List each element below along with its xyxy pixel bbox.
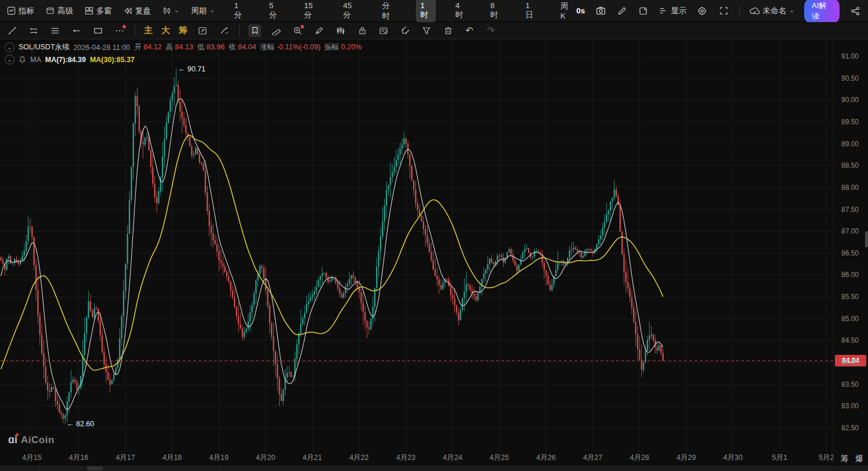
advanced-icon: [46, 6, 55, 15]
price-tick-label: 89.50: [841, 118, 859, 126]
price-tick-label: 83.00: [841, 402, 859, 410]
liquidation-button[interactable]: 爆: [856, 454, 864, 464]
tab-timeshare[interactable]: 分时: [378, 0, 401, 23]
replay-label: 复盘: [135, 6, 151, 16]
period-dropdown[interactable]: 周期 ⌄: [191, 6, 215, 16]
lines-list-icon: [50, 26, 60, 35]
ma7-value: MA(7):84.39: [45, 56, 86, 64]
display-label: 显示: [671, 6, 686, 16]
chart-area[interactable]: 4月154月164月174月184月194月204月214月224月234月24…: [0, 39, 833, 465]
scrollbar-divider: [81, 466, 82, 471]
candles-view-tool[interactable]: [334, 24, 347, 37]
funnel-icon: [422, 26, 431, 35]
lock-icon: [358, 26, 367, 35]
tab-1hour-selected[interactable]: 1时: [416, 0, 435, 22]
scrollbar-divider: [39, 466, 40, 471]
fullscreen-button[interactable]: [718, 5, 729, 17]
annotate-button[interactable]: [616, 5, 628, 17]
more-tools-button[interactable]: ⋯: [113, 24, 126, 37]
price-axis[interactable]: 84.04 91.0090.5090.0089.5089.0088.5088.0…: [833, 39, 868, 465]
zoom-tool[interactable]: [291, 24, 304, 37]
tab-large-order[interactable]: 大: [161, 25, 170, 36]
tab-8hour[interactable]: 8时: [486, 0, 505, 22]
chip-distribution-button[interactable]: 筹: [841, 454, 849, 464]
magnet-tool[interactable]: [399, 24, 411, 37]
display-settings-button[interactable]: 显示: [659, 6, 686, 16]
tab-4hour[interactable]: 4时: [451, 0, 471, 22]
note-edit-icon: [379, 26, 388, 35]
tab-15min[interactable]: 15分: [300, 0, 323, 22]
horizontal-ray-tool[interactable]: [70, 24, 83, 37]
settings-button[interactable]: [696, 5, 708, 17]
filter-tool[interactable]: [420, 24, 433, 37]
tab-main-chart[interactable]: 主: [144, 25, 153, 36]
top-toolbar: 指标 高级 多窗 复盘 ⌄ 周期 ⌄ 1分 5分 15分 45分 分时 1时 4…: [0, 0, 868, 22]
tab-1week[interactable]: 周K: [556, 0, 577, 22]
channel-tool[interactable]: [27, 24, 40, 37]
advanced-button[interactable]: 高级: [46, 6, 73, 16]
pen-tool[interactable]: [313, 24, 326, 37]
scrollbar-handle[interactable]: [87, 466, 103, 470]
note-tool[interactable]: [377, 24, 390, 37]
svg-text:4月21: 4月21: [303, 454, 322, 462]
indicators-button[interactable]: 指标: [7, 6, 34, 16]
svg-text:4月27: 4月27: [583, 454, 602, 462]
chart-style-button[interactable]: ⌄: [162, 6, 179, 15]
price-chart[interactable]: 4月154月164月174月184月194月204月214月224月234月24…: [0, 39, 833, 465]
low-value: 83.96: [207, 43, 225, 51]
delete-tool[interactable]: [442, 24, 454, 37]
aicoin-chart-app: { "header": { "left_items": [ {"label":"…: [0, 0, 868, 471]
multi-window-button[interactable]: 多窗: [85, 6, 112, 16]
svg-text:4月23: 4月23: [396, 454, 415, 462]
multi-window-icon: [85, 6, 93, 15]
workspace-dropdown[interactable]: 未命名 ⌄: [750, 6, 794, 16]
price-tick-label: 86.50: [841, 249, 859, 257]
tab-45min[interactable]: 45分: [339, 0, 362, 22]
price-tick-label: 85.50: [841, 293, 859, 301]
tab-1min[interactable]: 1分: [230, 0, 249, 22]
tab-1day[interactable]: 1日: [521, 0, 540, 22]
gear-icon: [697, 6, 707, 16]
screenshot-button[interactable]: [595, 5, 606, 17]
add-window-icon: [639, 6, 648, 16]
tab-5min[interactable]: 5分: [265, 0, 284, 22]
replay-button[interactable]: 复盘: [124, 6, 151, 16]
drawing-toolbar: ⋯ 主 大 筹 ↶ ↷: [0, 22, 868, 39]
share-button[interactable]: [849, 5, 861, 17]
ruler-tool[interactable]: [270, 24, 283, 37]
collapse-icon[interactable]: ⌄: [5, 55, 15, 64]
trendline-tool[interactable]: [6, 24, 19, 37]
price-tick-label: 91.00: [841, 52, 859, 60]
rectangle-tool[interactable]: [92, 24, 104, 37]
svg-text:4月29: 4月29: [677, 454, 696, 462]
lock-tool[interactable]: [356, 24, 368, 37]
undo-button[interactable]: ↶: [463, 24, 476, 37]
lines-list-tool[interactable]: [49, 24, 62, 37]
close-label: 收: [229, 43, 236, 51]
candles-icon: [336, 26, 345, 35]
toolbar-divider: [239, 26, 240, 36]
svg-text:4月25: 4月25: [490, 454, 509, 462]
price-tick-label: 90.00: [841, 96, 859, 104]
bookmark-tool-selected[interactable]: [248, 24, 261, 37]
cloud-icon: [750, 6, 760, 15]
axis-scroll-handle[interactable]: [865, 231, 868, 247]
svg-text:4月17: 4月17: [115, 454, 135, 462]
notification-dot: [301, 25, 304, 28]
collapse-icon[interactable]: ⌄: [5, 42, 15, 52]
price-tick-label: 87.50: [841, 206, 859, 214]
svg-text:4月30: 4月30: [724, 454, 743, 462]
bottom-scrollbar[interactable]: [0, 465, 868, 471]
open-value: 84.12: [143, 43, 161, 51]
price-tick-label: 84.50: [841, 336, 859, 344]
add-panel-button[interactable]: [638, 5, 649, 17]
tab-chip[interactable]: 筹: [179, 25, 187, 36]
ai-analysis-button[interactable]: AI解读: [804, 0, 840, 24]
bell-icon[interactable]: [19, 56, 26, 63]
scrollbar-divider: [661, 466, 662, 471]
redo-button[interactable]: ↷: [484, 24, 497, 37]
high-value: 84.13: [175, 43, 193, 51]
refresh-layout-tool[interactable]: [196, 24, 209, 37]
brush-tool[interactable]: [218, 24, 230, 37]
list-settings-icon: [659, 6, 668, 15]
